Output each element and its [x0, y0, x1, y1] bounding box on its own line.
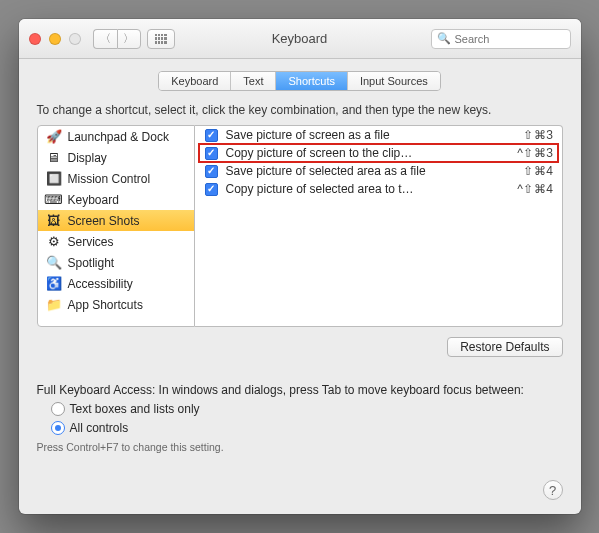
fka-option-label: All controls [70, 421, 129, 435]
search-icon: 🔍 [437, 32, 451, 45]
help-button[interactable]: ? [543, 480, 563, 500]
sidebar-item-label: Launchpad & Dock [68, 130, 169, 144]
shortcut-key[interactable]: ⇧⌘3 [523, 128, 553, 142]
shortcut-row[interactable]: Save picture of selected area as a file⇧… [195, 162, 562, 180]
sidebar-item-app-shortcuts[interactable]: 📁App Shortcuts [38, 294, 194, 315]
chevron-right-icon: 〉 [123, 31, 134, 46]
fka-hint: Press Control+F7 to change this setting. [37, 441, 563, 453]
full-keyboard-access-section: Full Keyboard Access: In windows and dia… [37, 383, 563, 453]
sidebar-item-label: Services [68, 235, 114, 249]
titlebar: 〈 〉 Keyboard 🔍 [19, 19, 581, 59]
sidebar-item-spotlight[interactable]: 🔍Spotlight [38, 252, 194, 273]
tab-keyboard[interactable]: Keyboard [159, 72, 231, 90]
tab-input-sources[interactable]: Input Sources [348, 72, 440, 90]
grid-icon [155, 34, 167, 44]
chevron-left-icon: 〈 [100, 31, 111, 46]
radio-icon[interactable] [51, 402, 65, 416]
forward-button[interactable]: 〉 [117, 29, 141, 49]
nav-buttons: 〈 〉 [93, 29, 141, 49]
preferences-window: 〈 〉 Keyboard 🔍 KeyboardTextShortcutsInpu… [19, 19, 581, 514]
checkbox[interactable] [205, 183, 218, 196]
shortcut-key[interactable]: ⇧⌘4 [523, 164, 553, 178]
sidebar-item-keyboard[interactable]: ⌨Keyboard [38, 189, 194, 210]
launchpad-dock-icon: 🚀 [46, 129, 62, 145]
shortcut-key[interactable]: ^⇧⌘3 [517, 146, 553, 160]
tab-text[interactable]: Text [231, 72, 276, 90]
category-sidebar[interactable]: 🚀Launchpad & Dock🖥Display🔲Mission Contro… [37, 125, 195, 327]
sidebar-item-services[interactable]: ⚙Services [38, 231, 194, 252]
sidebar-item-display[interactable]: 🖥Display [38, 147, 194, 168]
sidebar-item-label: App Shortcuts [68, 298, 143, 312]
sidebar-item-screen-shots[interactable]: 🖼Screen Shots [38, 210, 194, 231]
instruction-text: To change a shortcut, select it, click t… [37, 103, 563, 117]
shortcut-label: Save picture of screen as a file [226, 128, 516, 142]
restore-defaults-button[interactable]: Restore Defaults [447, 337, 562, 357]
sidebar-item-mission-control[interactable]: 🔲Mission Control [38, 168, 194, 189]
shortcut-row[interactable]: Copy picture of screen to the clip…^⇧⌘3 [195, 144, 562, 162]
checkbox[interactable] [205, 165, 218, 178]
display-icon: 🖥 [46, 150, 62, 166]
shortcut-row[interactable]: Save picture of screen as a file⇧⌘3 [195, 126, 562, 144]
checkbox[interactable] [205, 147, 218, 160]
sidebar-item-label: Spotlight [68, 256, 115, 270]
sidebar-item-label: Screen Shots [68, 214, 140, 228]
search-input[interactable] [455, 33, 565, 45]
close-icon[interactable] [29, 33, 41, 45]
sidebar-item-label: Display [68, 151, 107, 165]
sidebar-item-launchpad-dock[interactable]: 🚀Launchpad & Dock [38, 126, 194, 147]
shortcut-key[interactable]: ^⇧⌘4 [517, 182, 553, 196]
content-area: KeyboardTextShortcutsInput Sources To ch… [19, 59, 581, 514]
question-icon: ? [549, 483, 556, 498]
minimize-icon[interactable] [49, 33, 61, 45]
show-all-button[interactable] [147, 29, 175, 49]
fka-heading: Full Keyboard Access: In windows and dia… [37, 383, 563, 397]
fka-option-textboxes[interactable]: Text boxes and lists only [51, 402, 563, 416]
tab-bar: KeyboardTextShortcutsInput Sources [37, 71, 563, 91]
screen-shots-icon: 🖼 [46, 213, 62, 229]
tab-shortcuts[interactable]: Shortcuts [276, 72, 347, 90]
window-title: Keyboard [272, 31, 328, 46]
fka-option-allcontrols[interactable]: All controls [51, 421, 563, 435]
shortcut-label: Copy picture of screen to the clip… [226, 146, 510, 160]
back-button[interactable]: 〈 [93, 29, 117, 49]
radio-icon[interactable] [51, 421, 65, 435]
shortcut-list[interactable]: Save picture of screen as a file⇧⌘3Copy … [195, 125, 563, 327]
zoom-icon[interactable] [69, 33, 81, 45]
accessibility-icon: ♿ [46, 276, 62, 292]
mission-control-icon: 🔲 [46, 171, 62, 187]
shortcut-row[interactable]: Copy picture of selected area to t…^⇧⌘4 [195, 180, 562, 198]
keyboard-icon: ⌨ [46, 192, 62, 208]
fka-option-label: Text boxes and lists only [70, 402, 200, 416]
sidebar-item-accessibility[interactable]: ♿Accessibility [38, 273, 194, 294]
shortcut-label: Save picture of selected area as a file [226, 164, 516, 178]
services-icon: ⚙ [46, 234, 62, 250]
checkbox[interactable] [205, 129, 218, 142]
search-field[interactable]: 🔍 [431, 29, 571, 49]
sidebar-item-label: Accessibility [68, 277, 133, 291]
traffic-lights [29, 33, 81, 45]
spotlight-icon: 🔍 [46, 255, 62, 271]
shortcut-label: Copy picture of selected area to t… [226, 182, 510, 196]
shortcut-panes: 🚀Launchpad & Dock🖥Display🔲Mission Contro… [37, 125, 563, 327]
sidebar-item-label: Keyboard [68, 193, 119, 207]
app-shortcuts-icon: 📁 [46, 297, 62, 313]
sidebar-item-label: Mission Control [68, 172, 151, 186]
